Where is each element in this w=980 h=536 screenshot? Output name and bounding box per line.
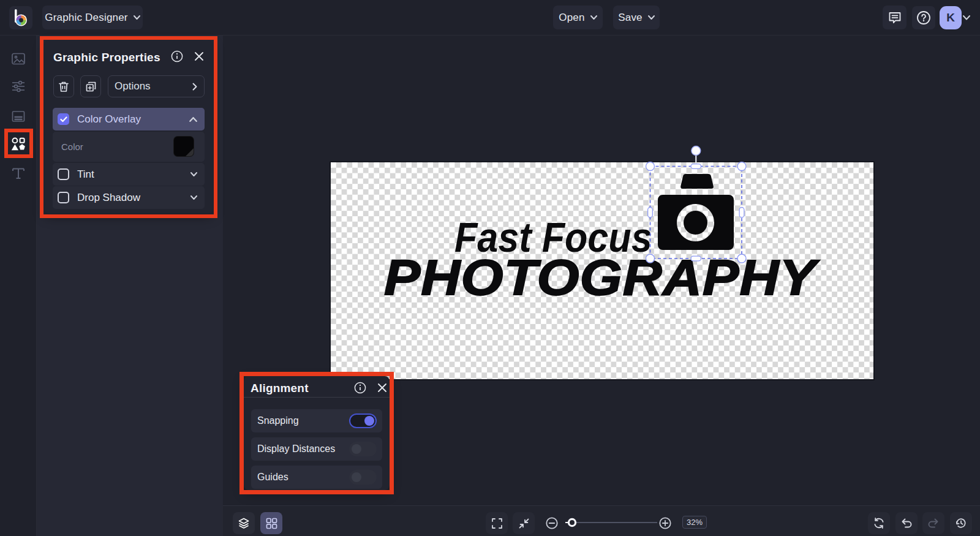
help-question-icon (916, 10, 931, 25)
zoom-in-button[interactable] (654, 512, 676, 534)
color-overlay-label: Color Overlay (77, 113, 141, 126)
toggle-knob (352, 444, 361, 454)
zoom-percentage[interactable]: 32% (682, 516, 707, 529)
delete-button[interactable] (53, 75, 74, 97)
guides-toggle[interactable] (349, 470, 377, 485)
layers-icon (238, 517, 250, 529)
drop-shadow-row[interactable]: Drop Shadow (53, 186, 205, 209)
app-switcher-button[interactable]: Graphic Designer (42, 6, 143, 29)
refresh-icon (873, 517, 885, 529)
color-setting-row: Color (53, 132, 205, 162)
avatar-initial: K (946, 11, 955, 25)
zoom-value: 32% (687, 518, 703, 527)
zoom-slider[interactable] (565, 518, 658, 527)
image-icon (11, 51, 26, 66)
sidebar-templates[interactable] (11, 109, 26, 124)
undo-button[interactable] (895, 512, 918, 534)
close-icon[interactable] (194, 51, 204, 61)
display-distances-label: Display Distances (257, 444, 335, 455)
swatch-corner (186, 148, 194, 156)
close-icon[interactable] (377, 383, 387, 393)
user-avatar[interactable]: K (940, 6, 962, 29)
guides-row: Guides (251, 466, 382, 489)
zoom-in-icon (659, 517, 671, 529)
alignment-panel: Alignment Snapping Display Distances Gui… (244, 376, 390, 490)
open-button[interactable]: Open (553, 6, 603, 29)
snapping-toggle[interactable] (349, 413, 377, 428)
tint-checkbox[interactable] (58, 168, 69, 180)
fullscreen-button[interactable] (486, 512, 508, 534)
info-icon[interactable] (171, 50, 183, 62)
history-button[interactable] (950, 512, 972, 534)
chevron-down-icon (190, 195, 197, 200)
history-clock-icon (955, 517, 967, 529)
color-overlay-checkbox[interactable] (58, 113, 69, 125)
fullscreen-icon (491, 518, 503, 529)
panel-header: Graphic Properties (53, 51, 160, 64)
graphic-properties-title: Graphic Properties (53, 51, 160, 64)
help-button[interactable] (912, 6, 935, 29)
open-label: Open (559, 12, 584, 24)
befunky-logo[interactable] (9, 6, 32, 29)
info-icon[interactable] (354, 382, 366, 394)
zoom-slider-knob[interactable] (568, 519, 575, 526)
save-label: Save (618, 12, 643, 24)
sidebar-graphics[interactable] (11, 137, 26, 151)
layers-button[interactable] (233, 512, 255, 534)
templates-icon (11, 109, 26, 124)
tint-row[interactable]: Tint (53, 163, 205, 186)
toggle-knob (364, 416, 374, 426)
resize-handle-sw[interactable] (646, 254, 655, 263)
options-button[interactable]: Options (108, 75, 205, 97)
redo-button[interactable] (922, 512, 944, 534)
panel-divider (244, 397, 390, 398)
guides-label: Guides (257, 472, 288, 483)
refresh-button[interactable] (868, 512, 890, 534)
sidebar-edit-adjust[interactable] (11, 79, 26, 94)
graphics-shapes-icon (11, 137, 26, 151)
zoom-out-button[interactable] (541, 512, 563, 534)
resize-handle-ne[interactable] (737, 162, 746, 171)
chevron-down-icon (134, 15, 140, 20)
drop-shadow-label: Drop Shadow (77, 192, 140, 204)
sidebar-text[interactable] (11, 166, 26, 181)
options-label: Options (115, 80, 151, 92)
resize-handle-n[interactable] (691, 164, 701, 169)
chevron-right-icon (192, 83, 197, 91)
grid-icon (266, 518, 277, 529)
color-overlay-row[interactable]: Color Overlay (53, 108, 205, 130)
redo-icon (927, 517, 940, 529)
app-root: Graphic Designer Open Save K (0, 0, 980, 536)
tool-sidebar (0, 36, 37, 536)
duplicate-icon (85, 81, 97, 92)
resize-handle-w[interactable] (648, 208, 653, 218)
resize-handle-e[interactable] (739, 208, 744, 218)
display-distances-toggle[interactable] (349, 442, 377, 456)
tint-label: Tint (77, 168, 94, 181)
drop-shadow-checkbox[interactable] (58, 192, 69, 203)
fit-screen-button[interactable] (513, 512, 535, 534)
chevron-down-icon (648, 15, 655, 20)
resize-handle-nw[interactable] (646, 162, 655, 171)
color-swatch[interactable] (173, 136, 194, 157)
color-label: Color (61, 142, 83, 152)
toggle-knob (352, 472, 361, 482)
resize-handle-se[interactable] (737, 254, 746, 263)
account-chevron-down-icon[interactable] (963, 15, 970, 20)
resize-handle-s[interactable] (691, 256, 701, 261)
sidebar-image-manager[interactable] (11, 51, 26, 66)
trash-icon (58, 81, 69, 92)
befunky-logo-icon (13, 9, 29, 27)
fit-screen-icon (518, 518, 530, 529)
alignment-title: Alignment (251, 382, 309, 395)
feedback-chat-button[interactable] (883, 6, 907, 29)
save-button[interactable]: Save (613, 6, 660, 29)
duplicate-button[interactable] (80, 75, 101, 97)
selection-overlay[interactable] (637, 142, 753, 270)
zoom-out-icon (546, 517, 558, 529)
chevron-up-icon (189, 117, 197, 122)
display-distances-row: Display Distances (251, 437, 382, 461)
selection-box (650, 167, 742, 259)
grid-view-button[interactable] (260, 512, 282, 534)
rotate-handle[interactable] (692, 146, 701, 156)
